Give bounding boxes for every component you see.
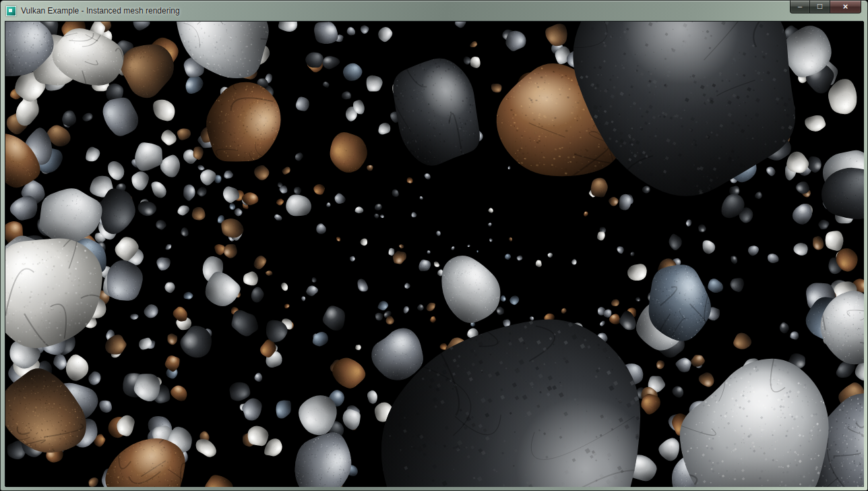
render-viewport[interactable] bbox=[5, 22, 864, 487]
close-button[interactable]: × bbox=[830, 1, 861, 13]
app-icon-inner bbox=[9, 9, 12, 12]
app-icon[interactable] bbox=[6, 6, 16, 16]
maximize-button[interactable]: □ bbox=[810, 1, 830, 13]
window-title: Vulkan Example - Instanced mesh renderin… bbox=[21, 6, 180, 16]
minimize-button[interactable]: – bbox=[790, 1, 810, 13]
titlebar[interactable]: Vulkan Example - Instanced mesh renderin… bbox=[1, 1, 867, 21]
maximize-icon: □ bbox=[817, 1, 822, 11]
close-icon: × bbox=[843, 1, 848, 11]
app-window: Vulkan Example - Instanced mesh renderin… bbox=[0, 0, 868, 491]
viewport-frame bbox=[5, 21, 863, 486]
minimize-icon: – bbox=[798, 2, 802, 10]
window-controls: – □ × bbox=[790, 1, 861, 13]
